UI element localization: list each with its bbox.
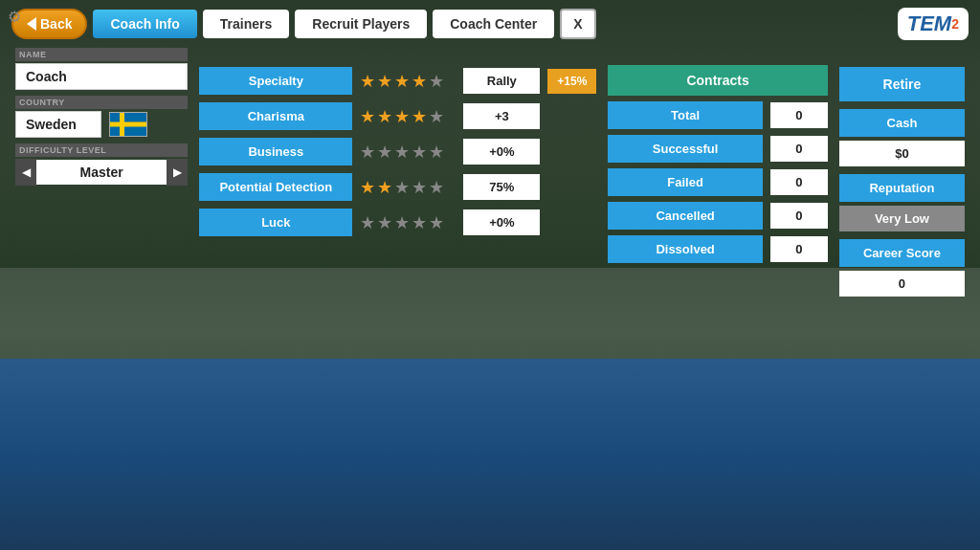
star-1: ★ <box>360 71 375 92</box>
dissolved-value: 0 <box>770 236 828 262</box>
star-3: ★ <box>394 177 410 198</box>
gear-icon[interactable]: ⚙ <box>8 8 21 26</box>
cash-section: Cash $0 <box>839 109 965 166</box>
logo-text: TEM <box>907 11 951 36</box>
specialty-label: Specialty <box>199 67 352 95</box>
luck-label: Luck <box>199 209 352 236</box>
failed-label: Failed <box>608 168 763 196</box>
main-stats-panel: Specialty ★ ★ ★ ★ ★ Rally +15% Charisma … <box>199 48 596 535</box>
difficulty-group: DIFFICULTY LEVEL ◀ Master ▶ <box>15 143 188 186</box>
career-score-label: Career Score <box>839 239 965 267</box>
star-2: ★ <box>377 212 392 233</box>
star-4: ★ <box>412 212 427 233</box>
back-arrow-icon <box>27 17 36 31</box>
luck-value: +0% <box>463 209 540 235</box>
cancelled-label: Cancelled <box>608 202 763 230</box>
country-row: Sweden <box>15 111 188 138</box>
content-area: NAME Coach COUNTRY Sweden DIFFICULTY LEV… <box>0 48 980 550</box>
total-row: Total 0 <box>608 101 828 129</box>
tab-trainers[interactable]: Trainers <box>203 10 289 38</box>
star-5: ★ <box>429 106 444 127</box>
star-4: ★ <box>412 177 427 198</box>
tab-recruit-players[interactable]: Recruit Players <box>295 10 427 38</box>
luck-row: Luck ★ ★ ★ ★ ★ +0% <box>199 209 596 236</box>
difficulty-next-button[interactable]: ▶ <box>167 159 188 186</box>
tab-coach-info[interactable]: Coach Info <box>93 10 196 38</box>
business-value: +0% <box>463 139 540 165</box>
star-4: ★ <box>412 71 427 92</box>
star-4: ★ <box>412 106 427 127</box>
star-2: ★ <box>377 142 392 163</box>
potential-detection-label: Potential Detection <box>199 173 352 201</box>
star-3: ★ <box>394 71 410 92</box>
logo-sup: 2 <box>951 16 959 32</box>
charisma-value: +3 <box>463 103 540 129</box>
top-bar: Back Coach Info Trainers Recruit Players… <box>0 0 980 48</box>
career-score-section: Career Score 0 <box>839 239 965 297</box>
specialty-value: Rally <box>463 68 540 94</box>
contracts-section: Contracts Total 0 Successful 0 Failed 0 … <box>608 48 828 535</box>
dissolved-row: Dissolved 0 <box>608 235 828 263</box>
difficulty-prev-button[interactable]: ◀ <box>15 159 36 186</box>
successful-value: 0 <box>770 136 828 162</box>
star-5: ★ <box>429 212 444 233</box>
successful-label: Successful <box>608 135 763 163</box>
star-5: ★ <box>429 142 444 163</box>
luck-stars: ★ ★ ★ ★ ★ <box>360 212 456 233</box>
total-value: 0 <box>770 102 828 128</box>
cash-label: Cash <box>839 109 965 137</box>
star-1: ★ <box>360 142 375 163</box>
back-button[interactable]: Back <box>11 9 87 39</box>
star-2: ★ <box>377 177 392 198</box>
country-group: COUNTRY Sweden <box>15 96 188 138</box>
logo: TEM2 <box>898 8 969 40</box>
country-label: COUNTRY <box>15 96 188 109</box>
star-4: ★ <box>412 142 427 163</box>
cash-value: $0 <box>839 141 965 166</box>
star-1: ★ <box>360 212 375 233</box>
country-value: Sweden <box>15 111 101 138</box>
total-label: Total <box>608 101 763 129</box>
charisma-row: Charisma ★ ★ ★ ★ ★ +3 <box>199 102 596 130</box>
star-3: ★ <box>394 142 410 163</box>
business-label: Business <box>199 138 352 165</box>
cancelled-row: Cancelled 0 <box>608 202 828 230</box>
business-row: Business ★ ★ ★ ★ ★ +0% <box>199 138 596 165</box>
star-5: ★ <box>429 177 444 198</box>
potential-detection-stars: ★ ★ ★ ★ ★ <box>360 177 456 198</box>
tab-coach-center[interactable]: Coach Center <box>433 10 554 38</box>
specialty-stars: ★ ★ ★ ★ ★ <box>360 71 456 92</box>
difficulty-value: Master <box>36 160 167 185</box>
reputation-label: Reputation <box>839 174 965 202</box>
dissolved-label: Dissolved <box>608 235 763 263</box>
charisma-label: Charisma <box>199 102 352 130</box>
name-value: Coach <box>15 63 188 90</box>
star-1: ★ <box>360 106 375 127</box>
business-stars: ★ ★ ★ ★ ★ <box>360 142 456 163</box>
sweden-flag <box>109 112 147 137</box>
star-1: ★ <box>360 177 375 198</box>
star-3: ★ <box>394 106 410 127</box>
successful-row: Successful 0 <box>608 135 828 163</box>
potential-detection-row: Potential Detection ★ ★ ★ ★ ★ 75% <box>199 173 596 201</box>
back-label: Back <box>40 16 72 32</box>
failed-value: 0 <box>770 169 828 195</box>
star-2: ★ <box>377 71 392 92</box>
left-panel: NAME Coach COUNTRY Sweden DIFFICULTY LEV… <box>15 48 188 535</box>
difficulty-label: DIFFICULTY LEVEL <box>15 143 188 157</box>
career-score-value: 0 <box>839 271 965 297</box>
star-2: ★ <box>377 106 392 127</box>
retire-button[interactable]: Retire <box>839 67 965 101</box>
star-5: ★ <box>429 71 444 92</box>
name-label: NAME <box>15 48 188 61</box>
cancelled-value: 0 <box>770 203 828 229</box>
contracts-header: Contracts <box>608 65 828 96</box>
potential-detection-value: 75% <box>463 174 540 200</box>
failed-row: Failed 0 <box>608 168 828 196</box>
difficulty-row: ◀ Master ▶ <box>15 159 188 186</box>
charisma-stars: ★ ★ ★ ★ ★ <box>360 106 456 127</box>
reputation-section: Reputation Very Low <box>839 174 965 231</box>
close-button[interactable]: X <box>560 9 595 39</box>
right-panel: Retire Cash $0 Reputation Very Low Caree… <box>839 48 965 535</box>
reputation-value: Very Low <box>839 206 965 231</box>
